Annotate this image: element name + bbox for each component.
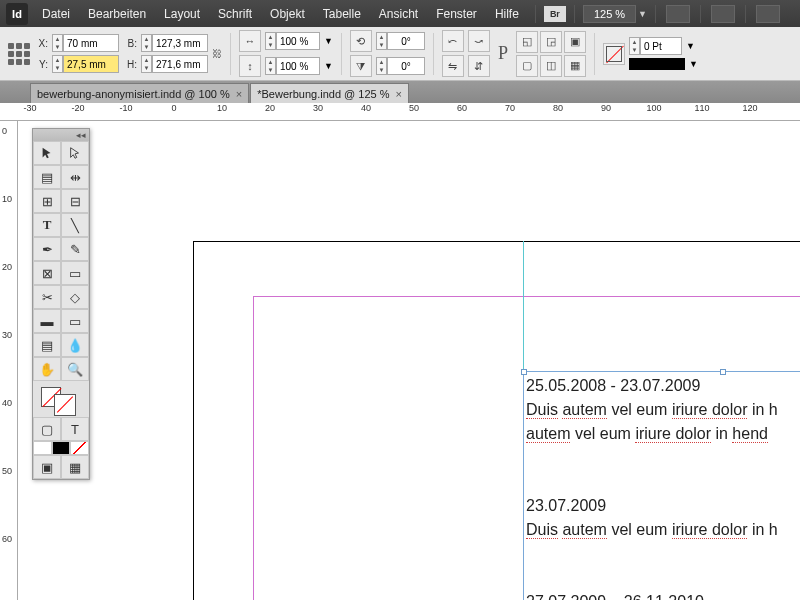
width-field[interactable] — [152, 34, 208, 52]
fill-swatch[interactable] — [603, 43, 625, 65]
close-icon[interactable]: × — [395, 88, 401, 100]
scale-x-icon: ↔ — [239, 30, 261, 52]
fit-content-icon[interactable]: ▣ — [564, 31, 586, 53]
menu-tabelle[interactable]: Tabelle — [315, 4, 369, 24]
menu-layout[interactable]: Layout — [156, 4, 208, 24]
reference-point[interactable] — [8, 43, 30, 65]
align-icons[interactable]: ◱ ◲ ▣ ▢ ◫ ▦ — [516, 31, 586, 77]
canvas[interactable]: 25.05.2008 - 23.07.2009 Duis autem vel e… — [18, 121, 800, 600]
scissors-tool[interactable]: ✂ — [33, 285, 61, 309]
rotate-icon: ⟲ — [350, 30, 372, 52]
selection-tool[interactable] — [33, 141, 61, 165]
control-bar: X:▲▼ Y:▲▼ B:▲▼ H:▲▼ ⛓ ↔▲▼▼ ↕▲▼▼ ⟲▲▼ ⧩▲▼ … — [0, 27, 800, 81]
chevron-down-icon[interactable]: ▼ — [324, 36, 333, 46]
apply-gradient-icon[interactable] — [52, 441, 71, 455]
gradient-swatch-tool[interactable]: ▬ — [33, 309, 61, 333]
horizontal-ruler[interactable]: -30 -20 -10 0 10 20 30 40 50 60 70 80 90… — [0, 103, 800, 121]
formatting-text-icon[interactable]: T — [61, 417, 89, 441]
bridge-button[interactable]: Br — [544, 6, 566, 22]
center-content-icon[interactable]: ◫ — [540, 55, 562, 77]
constrain-icon[interactable]: ⛓ — [212, 48, 222, 59]
note-tool[interactable]: ▤ — [33, 333, 61, 357]
rectangle-tool[interactable]: ▭ — [61, 261, 89, 285]
formatting-container-icon[interactable]: ▢ — [33, 417, 61, 441]
eyedropper-tool[interactable]: 💧 — [61, 333, 89, 357]
flip-v-icon[interactable]: ⇵ — [468, 55, 490, 77]
view-mode-normal[interactable]: ▣ — [33, 455, 61, 479]
stroke-style[interactable] — [629, 58, 685, 70]
menu-datei[interactable]: Datei — [34, 4, 78, 24]
fit-frame-icon[interactable]: ▢ — [516, 55, 538, 77]
pen-tool[interactable]: ✒ — [33, 237, 61, 261]
chevron-down-icon[interactable]: ▼ — [689, 59, 698, 69]
fill-frame-icon[interactable]: ▦ — [564, 55, 586, 77]
rotate-ccw-icon[interactable]: ⤺ — [442, 30, 464, 52]
x-field[interactable] — [63, 34, 119, 52]
content-placer-tool[interactable]: ⊟ — [61, 189, 89, 213]
doc-tab-1[interactable]: bewerbung-anonymisiert.indd @ 100 %× — [30, 83, 249, 103]
gradient-feather-tool[interactable]: ▭ — [61, 309, 89, 333]
page-tool[interactable]: ▤ — [33, 165, 61, 189]
height-field[interactable] — [152, 55, 208, 73]
shear-icon: ⧩ — [350, 55, 372, 77]
zoom-tool[interactable]: 🔍 — [61, 357, 89, 381]
chevron-down-icon[interactable]: ▼ — [638, 9, 647, 19]
handle-icon[interactable] — [720, 369, 726, 375]
y-field[interactable] — [63, 55, 119, 73]
scale-x-field[interactable] — [276, 32, 320, 50]
direct-selection-tool[interactable] — [61, 141, 89, 165]
handle-icon[interactable] — [521, 369, 527, 375]
fill-stroke-swatch[interactable] — [33, 381, 89, 417]
h-spinner[interactable]: ▲▼ — [141, 55, 152, 73]
doc-tab-2[interactable]: *Bewerbung.indd @ 125 %× — [250, 83, 409, 103]
sx-spinner[interactable]: ▲▼ — [265, 32, 276, 50]
rot-spinner[interactable]: ▲▼ — [376, 32, 387, 50]
rectangle-frame-tool[interactable]: ⊠ — [33, 261, 61, 285]
chevron-down-icon[interactable]: ▼ — [686, 41, 695, 51]
workspace-button[interactable] — [756, 5, 780, 23]
toolbox-header[interactable]: ◂◂ — [33, 129, 89, 141]
menu-bearbeiten[interactable]: Bearbeiten — [80, 4, 154, 24]
text-frame[interactable]: 25.05.2008 - 23.07.2009 Duis autem vel e… — [523, 371, 800, 600]
close-icon[interactable]: × — [236, 88, 242, 100]
sy-spinner[interactable]: ▲▼ — [265, 57, 276, 75]
pencil-tool[interactable]: ✎ — [61, 237, 89, 261]
screen-mode-button[interactable] — [666, 5, 690, 23]
select-content-icon[interactable]: ◲ — [540, 31, 562, 53]
vertical-ruler[interactable]: 0 10 20 30 40 50 60 — [0, 121, 18, 600]
chevron-down-icon[interactable]: ▼ — [324, 61, 333, 71]
type-tool[interactable]: T — [33, 213, 61, 237]
y-spinner[interactable]: ▲▼ — [52, 55, 63, 73]
menu-hilfe[interactable]: Hilfe — [487, 4, 527, 24]
select-container-icon[interactable]: ◱ — [516, 31, 538, 53]
stroke-weight-field[interactable] — [640, 37, 682, 55]
x-spinner[interactable]: ▲▼ — [52, 34, 63, 52]
view-mode-preview[interactable]: ▦ — [61, 455, 89, 479]
line-tool[interactable]: ╲ — [61, 213, 89, 237]
shear-field[interactable] — [387, 57, 425, 75]
stroke-spinner[interactable]: ▲▼ — [629, 37, 640, 55]
scale-y-field[interactable] — [276, 57, 320, 75]
collapse-icon[interactable]: ◂◂ — [76, 130, 86, 140]
zoom-level[interactable]: 125 % — [583, 5, 636, 23]
menu-schrift[interactable]: Schrift — [210, 4, 260, 24]
p-indicator: P — [498, 43, 508, 64]
rotate-cw-icon[interactable]: ⤻ — [468, 30, 490, 52]
shear-spinner[interactable]: ▲▼ — [376, 57, 387, 75]
arrange-button[interactable] — [711, 5, 735, 23]
w-spinner[interactable]: ▲▼ — [141, 34, 152, 52]
text-line: 27.07.2009 – 26.11.2010 — [526, 590, 800, 600]
rotation-field[interactable] — [387, 32, 425, 50]
menu-fenster[interactable]: Fenster — [428, 4, 485, 24]
y-label: Y: — [34, 59, 48, 70]
flip-h-icon[interactable]: ⇋ — [442, 55, 464, 77]
content-collector-tool[interactable]: ⊞ — [33, 189, 61, 213]
menu-bar: Id Datei Bearbeiten Layout Schrift Objek… — [0, 0, 800, 27]
gap-tool[interactable]: ⇹ — [61, 165, 89, 189]
apply-none-icon[interactable] — [70, 441, 89, 455]
free-transform-tool[interactable]: ◇ — [61, 285, 89, 309]
hand-tool[interactable]: ✋ — [33, 357, 61, 381]
menu-objekt[interactable]: Objekt — [262, 4, 313, 24]
menu-ansicht[interactable]: Ansicht — [371, 4, 426, 24]
apply-color-icon[interactable] — [33, 441, 52, 455]
